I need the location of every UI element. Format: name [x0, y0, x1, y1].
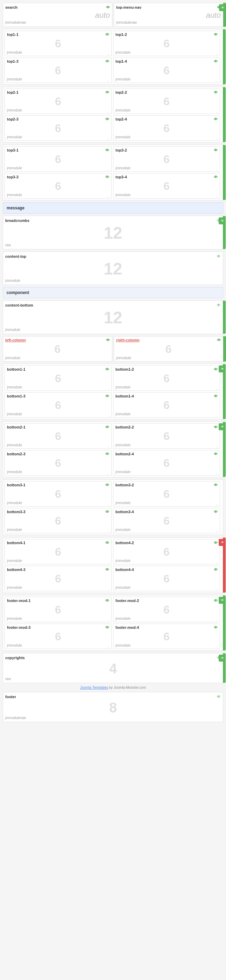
top1-4-type: jmmodule — [115, 77, 218, 81]
top3-2-eye-icon[interactable]: 👁 — [214, 148, 218, 152]
content-bottom-type: jmmodule — [5, 328, 221, 332]
bottom2-toggle-btn[interactable]: 👁 — [219, 423, 226, 430]
bottom2-1-eye-icon[interactable]: 👁 — [105, 425, 109, 429]
bottom4-2-eye-icon[interactable]: 👁 — [214, 541, 218, 545]
footer-mod-toggle-btn[interactable]: 👁 — [219, 597, 226, 604]
breadcrumbs-green-bar[interactable]: 👁 — [223, 216, 226, 249]
bottom1-3-eye-icon[interactable]: 👁 — [105, 394, 109, 398]
bottom1-toggle-btn[interactable]: 👁 — [219, 366, 226, 372]
top2-1-resize[interactable]: ⌞ — [108, 110, 111, 113]
top3-2-count: 6 — [115, 154, 218, 165]
bottom2-3-eye-icon[interactable]: 👁 — [105, 452, 109, 456]
breadcrumbs-header: breadcrumbs 👁 — [5, 218, 221, 223]
left-column-eye-icon[interactable]: 👁 — [106, 338, 110, 342]
top2-4-eye-icon[interactable]: 👁 — [214, 117, 218, 121]
top1-1-eye-icon[interactable]: 👁 — [105, 32, 109, 37]
top2-2-resize[interactable]: ⌞ — [216, 110, 219, 113]
footer-eye-icon[interactable]: 👁 — [217, 694, 221, 699]
bottom4-1-eye-icon[interactable]: 👁 — [105, 541, 109, 545]
content-top-eye-icon[interactable]: 👁 — [217, 254, 221, 259]
breadcrumbs-toggle-btn[interactable]: 👁 — [219, 217, 226, 224]
top1-2-resize[interactable]: ⌞ — [216, 52, 219, 55]
bottom2-1-resize[interactable]: ⌞ — [108, 445, 111, 448]
bottom1-1-eye-icon[interactable]: 👁 — [105, 367, 109, 371]
top-special-green-bar[interactable]: 👁 — [223, 3, 226, 27]
footer-mod-green-bar[interactable]: 👁 — [223, 595, 226, 651]
top1-4-eye-icon[interactable]: 👁 — [214, 59, 218, 64]
top1-1-resize[interactable]: ⌞ — [108, 52, 111, 55]
footer-mod-1-resize[interactable]: ⌞ — [108, 618, 111, 621]
bottom4-1-type: jmmodule — [7, 559, 109, 563]
top2-4-resize[interactable]: ⌞ — [216, 137, 219, 140]
right-column-eye-icon[interactable]: 👁 — [217, 338, 221, 342]
footer-mod-3-type: jmmodule — [7, 643, 109, 647]
footer-mod-1-eye-icon[interactable]: 👁 — [105, 598, 109, 603]
bottom4-2-label: bottom4-2 — [115, 541, 134, 545]
top-menu-nav-header: top-menu-nav 👁 — [116, 5, 221, 10]
bottom2-green-bar[interactable]: 👁 — [223, 422, 226, 477]
bottom3-2-eye-icon[interactable]: 👁 — [214, 483, 218, 487]
content-bottom-eye-icon[interactable]: 👁 — [217, 303, 221, 308]
bottom4-3-eye-icon[interactable]: 👁 — [105, 568, 109, 572]
bottom1-4-resize[interactable]: ⌞ — [216, 414, 219, 417]
copyrights-green-bar[interactable]: 👁 — [223, 653, 226, 683]
footer-mod-4-resize[interactable]: ⌞ — [216, 645, 219, 648]
bottom1-3-type: jmmodule — [7, 412, 109, 416]
top2-1-eye-icon[interactable]: 👁 — [105, 90, 109, 94]
bottom2-4-eye-icon[interactable]: 👁 — [214, 452, 218, 456]
bottom3-1-resize[interactable]: ⌞ — [108, 503, 111, 506]
top3-3-eye-icon[interactable]: 👁 — [105, 175, 109, 179]
footer-mod-3-resize[interactable]: ⌞ — [108, 645, 111, 648]
bottom3-2-resize[interactable]: ⌞ — [216, 503, 219, 506]
top1-2-eye-icon[interactable]: 👁 — [214, 32, 218, 37]
top1-4-resize[interactable]: ⌞ — [216, 79, 219, 82]
copyrights-toggle-btn[interactable]: 👁 — [219, 655, 226, 662]
bottom2-4-resize[interactable]: ⌞ — [216, 472, 219, 474]
bottom1-4-eye-icon[interactable]: 👁 — [214, 394, 218, 398]
top1-3-eye-icon[interactable]: 👁 — [105, 59, 109, 64]
breadcrumbs-label: breadcrumbs — [5, 218, 30, 223]
bottom4-1-resize[interactable]: ⌞ — [108, 560, 111, 563]
bottom3-4-resize[interactable]: ⌞ — [216, 530, 219, 532]
top3-4-eye-icon[interactable]: 👁 — [214, 175, 218, 179]
top3-1-eye-icon[interactable]: 👁 — [105, 148, 109, 152]
bottom4-3-resize[interactable]: ⌞ — [108, 587, 111, 590]
bottom2-2-resize[interactable]: ⌞ — [216, 445, 219, 448]
bottom1-2-resize[interactable]: ⌞ — [216, 387, 219, 390]
bottom1-green-bar[interactable]: 👁 — [223, 364, 226, 419]
bottom2-3-label: bottom2-3 — [7, 452, 25, 456]
bottom4-toggle-btn[interactable]: 👁 — [219, 539, 226, 546]
top3-2-resize[interactable]: ⌞ — [216, 168, 219, 171]
top1-3-resize[interactable]: ⌞ — [108, 79, 111, 82]
footer-mod-3-eye-icon[interactable]: 👁 — [105, 625, 109, 630]
top3-4-resize[interactable]: ⌞ — [216, 195, 219, 197]
bottom3-3-resize[interactable]: ⌞ — [108, 530, 111, 532]
top2-3-resize[interactable]: ⌞ — [108, 137, 111, 140]
footer-mod-2-eye-icon[interactable]: 👁 — [214, 598, 218, 603]
bottom4-2-resize[interactable]: ⌞ — [216, 560, 219, 563]
bottom2-3-resize[interactable]: ⌞ — [108, 472, 111, 474]
top-special-toggle-btn[interactable]: 👁 — [219, 4, 226, 11]
footer-mod-4-eye-icon[interactable]: 👁 — [214, 625, 218, 630]
bottom3-3-eye-icon[interactable]: 👁 — [105, 510, 109, 514]
top3-3-resize[interactable]: ⌞ — [108, 195, 111, 197]
bottom4-4-resize[interactable]: ⌞ — [216, 587, 219, 590]
top3-1-resize[interactable]: ⌞ — [108, 168, 111, 171]
bottom3-1-eye-icon[interactable]: 👁 — [105, 483, 109, 487]
top2-3-header: top2-3 👁 — [7, 117, 109, 121]
top2-2-eye-icon[interactable]: 👁 — [214, 90, 218, 94]
footer-attribution-link[interactable]: Joomla Templates — [80, 686, 108, 689]
bottom4-green-bar[interactable]: 👁 — [223, 538, 226, 593]
bottom1-modules-grid: bottom1-1 👁 6 jmmodule ⌞ bottom1-2 👁 6 j… — [5, 366, 221, 418]
bottom1-2-eye-icon[interactable]: 👁 — [214, 367, 218, 371]
footer-mod-2-resize[interactable]: ⌞ — [216, 618, 219, 621]
bottom1-3-resize[interactable]: ⌞ — [108, 414, 111, 417]
top2-4-type: jmmodule — [115, 135, 218, 139]
bottom1-1-resize[interactable]: ⌞ — [108, 387, 111, 390]
bottom2-2-eye-icon[interactable]: 👁 — [214, 425, 218, 429]
bottom4-4-eye-icon[interactable]: 👁 — [214, 568, 218, 572]
search-eye-icon[interactable]: 👁 — [106, 5, 110, 10]
footer-section: footer 👁 8 jmmoduleraw — [3, 692, 223, 722]
bottom3-4-eye-icon[interactable]: 👁 — [214, 510, 218, 514]
top2-3-eye-icon[interactable]: 👁 — [105, 117, 109, 121]
